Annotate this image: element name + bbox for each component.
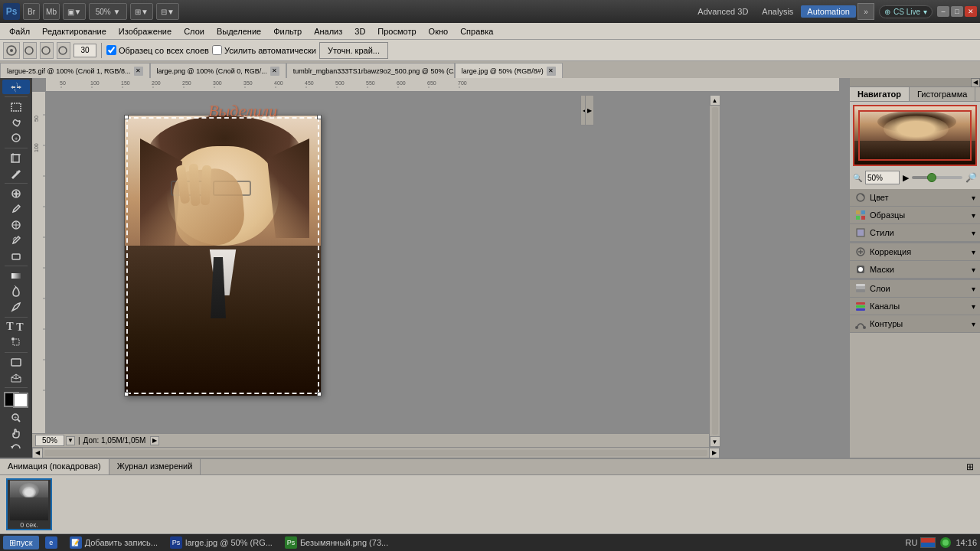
ps-task[interactable]: Ps large.jpg @ 50% (RG...: [170, 536, 273, 549]
maximize-button[interactable]: □: [951, 6, 963, 17]
tool-options-brush[interactable]: [3, 42, 20, 59]
arrange-button[interactable]: ⊟▼: [156, 3, 179, 20]
tab-tumblr[interactable]: tumblr_mgban333TS1rbawz9o2_500.png @ 50%…: [286, 63, 455, 78]
all-layers-checkbox[interactable]: Образец со всех слоев: [106, 45, 209, 55]
layers-expand[interactable]: ▾: [972, 285, 975, 293]
paths-expand[interactable]: ▾: [972, 320, 975, 328]
ie-task[interactable]: e: [45, 536, 57, 549]
start-button[interactable]: ⊞ пуск: [3, 536, 39, 549]
brush-medium[interactable]: [40, 42, 54, 59]
animation-tab[interactable]: Анимация (покадровая): [0, 459, 109, 474]
tool-path-select[interactable]: [2, 335, 30, 350]
tool-spot-heal[interactable]: ✚: [2, 186, 30, 201]
hscroll-right[interactable]: ▶: [709, 448, 720, 458]
mini-bridge-button[interactable]: Mb: [43, 3, 60, 20]
brush-large[interactable]: [57, 42, 70, 59]
hscroll-left[interactable]: ◀: [32, 448, 43, 458]
tab-close-largejpg[interactable]: ✕: [547, 67, 556, 76]
canvas-zoom-control[interactable]: ▼: [35, 435, 75, 446]
samples-section-header[interactable]: Образцы ▾: [850, 207, 980, 223]
menu-3d[interactable]: 3D: [348, 25, 371, 37]
tab-largepng[interactable]: large.png @ 100% (Слой 0, RGB/... ✕: [150, 63, 286, 78]
tool-crop[interactable]: [2, 151, 30, 165]
menu-window[interactable]: Окно: [423, 25, 455, 37]
brush-small[interactable]: [23, 42, 37, 59]
animation-frame-1[interactable]: 1 0 сек.: [6, 478, 52, 530]
canvas-zoom-input[interactable]: [35, 435, 64, 446]
vscroll-up[interactable]: ▲: [710, 95, 720, 106]
hscroll-track[interactable]: [44, 450, 707, 456]
more-menu-button[interactable]: »: [858, 3, 874, 20]
view-mode-button[interactable]: ▣▼: [63, 3, 86, 20]
close-button[interactable]: ✕: [965, 6, 977, 17]
cs-live-button[interactable]: ⊕ CS Live ▾: [879, 5, 933, 18]
tool-history-brush[interactable]: [2, 233, 30, 247]
bez-task[interactable]: Ps Безымянный.png (73...: [285, 536, 388, 549]
automation-menu[interactable]: Automation: [801, 5, 856, 18]
menu-file[interactable]: Файл: [3, 25, 36, 37]
menu-analysis[interactable]: Анализ: [308, 25, 348, 37]
masks-expand[interactable]: ▾: [972, 266, 975, 274]
tool-lasso[interactable]: [2, 115, 30, 129]
vscroll-down[interactable]: ▼: [710, 436, 720, 447]
menu-select[interactable]: Выделение: [211, 25, 267, 37]
doc-info-expand[interactable]: ▶: [150, 436, 159, 445]
layers-section-header[interactable]: Слои ▾: [850, 280, 980, 297]
tool-eyedropper[interactable]: [2, 166, 30, 181]
foreground-background-color[interactable]: [4, 392, 28, 408]
tool-hand[interactable]: [2, 425, 30, 440]
tool-marquee[interactable]: [2, 99, 30, 114]
tool-quickselect[interactable]: +: [2, 131, 30, 145]
menu-filter[interactable]: Фильтр: [267, 25, 308, 37]
masks-section-header[interactable]: Маски ▾: [850, 261, 980, 278]
tool-move[interactable]: [2, 80, 30, 94]
vscroll-track[interactable]: [712, 107, 718, 435]
tool-text[interactable]: T T: [2, 319, 30, 334]
channels-section-header[interactable]: Каналы ▾: [850, 298, 980, 315]
styles-expand[interactable]: ▾: [972, 229, 975, 237]
tool-pen[interactable]: [2, 299, 30, 314]
brush-size-input[interactable]: [74, 44, 96, 57]
styles-section-header[interactable]: Стили ▾: [850, 224, 980, 241]
nav-zoom-submit[interactable]: ▶: [903, 174, 909, 181]
advanced3d-menu[interactable]: Advanced 3D: [691, 5, 754, 18]
auto-enhance-checkbox[interactable]: Усилить автоматически: [212, 45, 316, 55]
add-record-task[interactable]: 📝 Добавить запись...: [70, 536, 158, 549]
paths-section-header[interactable]: Контуры ▾: [850, 315, 980, 332]
tab-largue25[interactable]: largue-25.gif @ 100% (Слой 1, RGB/8... ✕: [0, 63, 150, 78]
nav-zoom-slider[interactable]: [912, 176, 962, 179]
bottom-panel-expand[interactable]: ⊞: [960, 459, 980, 474]
color-section-header[interactable]: Цвет ▾: [850, 189, 980, 206]
measurements-tab[interactable]: Журнал измерений: [109, 459, 201, 474]
tool-brush[interactable]: [2, 202, 30, 217]
vertical-scrollbar[interactable]: ▲ ▼: [709, 95, 720, 447]
tool-zoom[interactable]: +: [2, 410, 30, 425]
navigator-tab[interactable]: Навигатор: [850, 87, 910, 101]
histogram-tab[interactable]: Гистограмма: [910, 87, 976, 101]
background-color[interactable]: [13, 393, 28, 408]
menu-layers[interactable]: Слои: [178, 25, 211, 37]
menu-edit[interactable]: Редактирование: [36, 25, 113, 37]
tool-3d[interactable]: [2, 370, 30, 385]
menu-image[interactable]: Изображение: [113, 25, 178, 37]
tab-largejpg[interactable]: large.jpg @ 50% (RGB/8#) ✕: [455, 63, 563, 78]
zoom-out-icon[interactable]: 🔍: [853, 174, 862, 182]
right-panel-collapse[interactable]: ▶: [585, 95, 594, 126]
nav-zoom-input[interactable]: [865, 171, 900, 184]
tool-clone[interactable]: [2, 217, 30, 232]
channels-expand[interactable]: ▾: [972, 302, 975, 311]
tool-rotate-view[interactable]: [2, 442, 30, 456]
canvas-zoom-dropdown[interactable]: ▼: [66, 436, 75, 445]
menu-help[interactable]: Справка: [454, 25, 499, 37]
zoom-dropdown[interactable]: 50% ▼: [89, 3, 127, 20]
samples-expand[interactable]: ▾: [972, 211, 975, 220]
correction-expand[interactable]: ▾: [972, 248, 975, 256]
tool-dodge[interactable]: [2, 284, 30, 298]
canvas-document[interactable]: [124, 115, 322, 396]
panel-collapse-btn[interactable]: ◀: [971, 78, 980, 87]
correction-section-header[interactable]: Коррекция ▾: [850, 243, 980, 260]
info-tab[interactable]: Инфо: [975, 87, 980, 101]
horizontal-scrollbar[interactable]: ◀ ▶: [32, 447, 720, 458]
refine-edge-button[interactable]: Уточн. край...: [319, 42, 388, 59]
tool-gradient[interactable]: [2, 269, 30, 283]
